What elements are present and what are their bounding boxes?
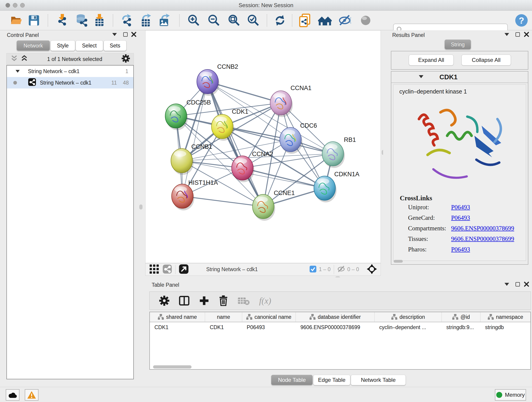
tab-string-results[interactable]: String: [444, 39, 471, 50]
column-header-namespace[interactable]: namespace: [481, 312, 530, 322]
cloud-status-button[interactable]: [6, 389, 19, 401]
grid-view-icon[interactable]: [150, 264, 159, 274]
tab-style[interactable]: Style: [51, 40, 75, 51]
control-panel: Control Panel Network Style Select Sets …: [2, 30, 136, 381]
node-label: CDC6: [300, 122, 317, 129]
crosslink-tissues[interactable]: 9606.ENSP00000378699: [451, 235, 514, 242]
tab-network-table[interactable]: Network Table: [351, 375, 406, 385]
collection-expand-icon[interactable]: [16, 70, 20, 73]
save-session-button[interactable]: [27, 13, 41, 27]
column-header-shared-name[interactable]: shared name: [150, 312, 205, 322]
network-node-CCNE1[interactable]: CCNE1: [253, 190, 295, 221]
cell-description[interactable]: cyclin–dependent ...: [375, 322, 442, 332]
column-header-id[interactable]: @id: [442, 312, 481, 322]
table-row[interactable]: CDK1 CDK1 P06493 9606.ENSP00000378699 cy…: [150, 322, 530, 332]
column-header-description[interactable]: description: [375, 312, 442, 322]
network-label: String Network – cdk1: [40, 80, 91, 86]
help-button[interactable]: ?: [515, 13, 528, 27]
column-header-canonical-name[interactable]: canonical name: [242, 312, 296, 322]
table-toolbar: f(x): [149, 292, 531, 310]
status-bar: Memory: [0, 387, 532, 402]
network-node-RB1[interactable]: RB1: [322, 136, 356, 168]
show-all-icon[interactable]: [359, 13, 373, 27]
cell-namespace[interactable]: stringdb: [481, 322, 530, 332]
table-header-row: shared name name canonical name database…: [150, 312, 530, 322]
first-neighbors-icon[interactable]: [318, 13, 332, 27]
tab-edge-table[interactable]: Edge Table: [313, 375, 350, 385]
crosslink-pharos[interactable]: P06493: [451, 246, 470, 253]
fit-content-crosshair-icon[interactable]: [367, 264, 377, 275]
cell-canonical-name[interactable]: P06493: [242, 322, 296, 332]
cell-shared-name[interactable]: CDK1: [150, 322, 205, 332]
results-panel-float-icon[interactable]: [515, 32, 520, 37]
network-selection-status: 1 of 1 Network selected: [28, 56, 122, 62]
crosslink-compartments[interactable]: 9606.ENSP00000378699: [451, 225, 514, 232]
network-collection-row[interactable]: String Network – cdk1 1: [7, 65, 133, 77]
add-column-icon[interactable]: [199, 296, 209, 306]
left-splitter-handle[interactable]: [139, 204, 143, 210]
cell-id[interactable]: stringdb:9...: [442, 322, 481, 332]
results-panel-close-icon[interactable]: [524, 32, 529, 38]
current-network-dot-icon: [13, 81, 17, 85]
export-table-icon[interactable]: [139, 13, 153, 27]
tab-node-table[interactable]: Node Table: [271, 375, 313, 385]
table-options-gear-icon[interactable]: [159, 296, 169, 306]
node-label: CDKN1A: [334, 171, 360, 178]
open-session-button[interactable]: [10, 13, 23, 27]
tab-select[interactable]: Select: [76, 40, 103, 51]
network-node-CDKN1A[interactable]: CDKN1A: [314, 171, 360, 202]
network-options-gear-icon[interactable]: [122, 54, 130, 64]
table-panel-menu-icon[interactable]: [505, 283, 509, 286]
column-header-database-identifier[interactable]: database identifier: [296, 312, 375, 322]
collapse-all-networks-icon[interactable]: [11, 55, 18, 64]
export-network-icon[interactable]: [120, 13, 134, 27]
hide-selected-icon[interactable]: [338, 13, 351, 27]
crosslink-uniprot[interactable]: P06493: [451, 204, 470, 211]
zoom-in-icon[interactable]: [187, 13, 201, 27]
warning-status-button[interactable]: [25, 389, 38, 401]
zoom-fit-icon[interactable]: [227, 13, 241, 27]
control-panel-close-icon[interactable]: [131, 32, 137, 38]
memory-button[interactable]: Memory: [495, 389, 526, 401]
results-panel-menu-icon[interactable]: [505, 33, 509, 36]
zoom-out-icon[interactable]: [207, 13, 221, 27]
network-canvas[interactable]: CCNB2CCNA1CDC25BCDK1CDC6RB1CCNB1CCNA2CDK…: [145, 30, 381, 263]
results-hscrollbar[interactable]: [394, 260, 403, 263]
tab-sets[interactable]: Sets: [104, 40, 127, 51]
refresh-icon[interactable]: [273, 13, 287, 27]
control-panel-menu-icon[interactable]: [112, 33, 117, 36]
crosslink-genecard[interactable]: P06493: [451, 214, 470, 221]
crosslink-label: Compartments:: [408, 225, 446, 232]
table-panel-close-icon[interactable]: [524, 281, 529, 288]
expand-all-button[interactable]: Expand All: [409, 55, 454, 65]
expand-all-networks-icon[interactable]: [21, 55, 28, 64]
network-node-CCNB1[interactable]: CCNB1: [171, 143, 212, 175]
collapse-all-button[interactable]: Collapse All: [462, 55, 511, 65]
network-node-HIST1H1A[interactable]: HIST1H1A: [172, 179, 218, 211]
gene-collapse-icon[interactable]: [419, 75, 423, 78]
cell-name[interactable]: CDK1: [205, 322, 242, 332]
selected-checkbox-icon[interactable]: [309, 265, 317, 274]
import-table-icon[interactable]: [93, 13, 106, 27]
zoom-selected-icon[interactable]: [247, 13, 260, 27]
network-node-CDC6[interactable]: CDC6: [280, 122, 317, 154]
detach-view-icon[interactable]: [179, 264, 189, 275]
export-image-icon[interactable]: [158, 13, 171, 27]
import-network-icon[interactable]: [56, 13, 69, 27]
control-panel-float-icon[interactable]: [123, 32, 128, 37]
collection-label: String Network – cdk1: [28, 68, 80, 75]
tab-network[interactable]: Network: [17, 40, 50, 51]
import-network-from-database-icon[interactable]: [75, 13, 89, 27]
cell-database-identifier[interactable]: 9606.ENSP00000378699: [296, 322, 375, 332]
column-header-name[interactable]: name: [205, 312, 242, 322]
table-panel-float-icon[interactable]: [515, 282, 520, 287]
control-panel-title: Control Panel: [7, 32, 39, 38]
delete-column-icon[interactable]: [219, 295, 228, 306]
network-row[interactable]: String Network – cdk1 11 48: [7, 77, 133, 89]
show-columns-icon[interactable]: [179, 296, 190, 306]
network-node-CCNB2[interactable]: CCNB2: [197, 63, 238, 96]
clone-network-icon[interactable]: [298, 13, 312, 27]
gene-section-header[interactable]: CDK1: [391, 71, 528, 83]
birdseye-view-icon[interactable]: [162, 264, 172, 275]
table-hscrollbar[interactable]: [153, 365, 191, 369]
